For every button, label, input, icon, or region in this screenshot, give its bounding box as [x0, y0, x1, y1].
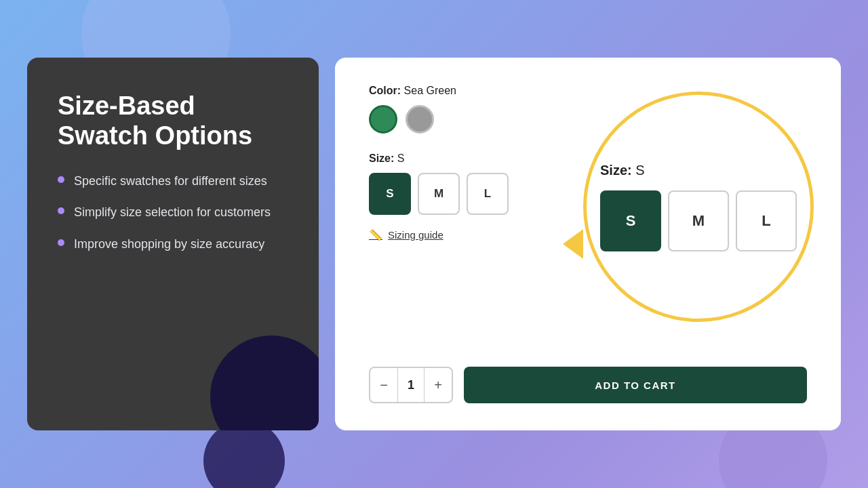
size-btn-s[interactable]: S	[369, 173, 411, 215]
list-item: Specific swatches for different sizes	[58, 172, 288, 190]
panel-title: Size-Based Swatch Options	[58, 92, 288, 150]
add-to-cart-button[interactable]: ADD TO CART	[464, 367, 807, 403]
arrow-left-icon	[563, 229, 583, 259]
ruler-icon: 📏	[369, 228, 382, 241]
zoom-size-btn-s[interactable]: S	[600, 190, 661, 251]
left-panel: Size-Based Swatch Options Specific swatc…	[27, 58, 319, 430]
quantity-control: − 1 +	[369, 367, 453, 403]
quantity-increase-button[interactable]: +	[425, 367, 452, 403]
list-item: Simplify size selection for customers	[58, 203, 288, 221]
color-swatch-green[interactable]	[369, 105, 397, 134]
dark-circle-decoration	[210, 336, 319, 430]
zoom-size-btn-m[interactable]: M	[668, 190, 729, 251]
bullet-dot	[58, 207, 64, 214]
bullet-dot	[58, 176, 64, 183]
quantity-decrease-button[interactable]: −	[370, 367, 397, 403]
bg-circle-bottom-left	[203, 420, 285, 488]
bullet-dot	[58, 239, 64, 246]
size-btn-l[interactable]: L	[467, 173, 509, 215]
quantity-value: 1	[397, 367, 425, 403]
zoom-size-label: Size: S	[600, 163, 797, 178]
size-btn-m[interactable]: M	[418, 173, 460, 215]
main-container: Size-Based Swatch Options Specific swatc…	[27, 58, 841, 430]
right-panel: Size: S S M L Color: Sea Green Size: S	[335, 58, 841, 430]
zoom-size-buttons: S M L	[600, 190, 797, 251]
zoomed-size-section: Size: S S M L	[600, 163, 797, 251]
color-swatches	[369, 105, 807, 134]
sizing-guide-link[interactable]: 📏 Sizing guide	[369, 228, 443, 241]
color-swatch-gray[interactable]	[406, 105, 434, 134]
zoom-size-btn-l[interactable]: L	[736, 190, 797, 251]
bullet-list: Specific swatches for different sizes Si…	[58, 172, 288, 252]
color-label: Color: Sea Green	[369, 85, 807, 97]
list-item: Improve shopping by size accuracy	[58, 235, 288, 253]
cart-area: − 1 + ADD TO CART	[369, 367, 807, 403]
